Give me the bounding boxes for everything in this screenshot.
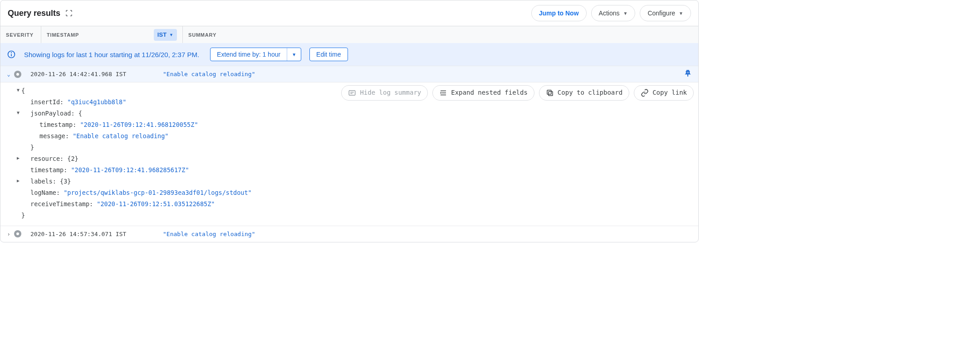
json-brace: } [21,210,25,221]
info-bar: Showing logs for last 1 hour starting at… [0,43,698,66]
timezone-label: IST [157,31,167,38]
json-value: "2020-11-26T09:12:41.968285617Z" [71,166,189,174]
jump-to-now-button[interactable]: Jump to Now [531,5,587,21]
log-row[interactable]: ⌄ 2020-11-26 14:42:41.968 IST "Enable ca… [0,66,698,82]
query-results-panel: Query results Jump to Now Actions ▼ Conf… [0,0,699,242]
row-summary: "Enable catalog reloading" [160,71,681,77]
row-summary: "Enable catalog reloading" [160,231,695,237]
json-value: "projects/qwiklabs-gcp-01-29893ea3df01/l… [64,189,252,196]
row-expand-toggle[interactable]: ⌄ [4,71,13,77]
expand-nested-button[interactable]: Expand nested fields [432,85,534,101]
json-count: {3} [60,178,71,185]
expand-nested-label: Expand nested fields [451,87,528,99]
column-summary: SUMMARY [183,32,698,38]
configure-button[interactable]: Configure ▼ [640,5,691,21]
json-value: "q3iuc4g1ubb8l8" [67,98,126,106]
info-icon [7,50,16,59]
clipboard-icon [546,89,554,97]
hide-log-summary-label: Hide log summary [360,87,421,99]
copy-clipboard-label: Copy to clipboard [558,87,622,99]
json-caret[interactable]: ▶ [14,176,21,187]
json-key: receiveTimestamp: [30,200,93,208]
json-line: logName: "projects/qwiklabs-gcp-01-29893… [14,187,695,198]
chevron-down-icon: ▼ [169,33,173,37]
hide-log-summary-button[interactable]: Hide log summary [341,85,428,101]
json-key: jsonPayload: [30,110,75,117]
log-row[interactable]: › 2020-11-26 14:57:34.071 IST "Enable ca… [0,226,698,242]
extend-time-button[interactable]: Extend time by: 1 hour ▼ [210,48,301,61]
json-line: timestamp: "2020-11-26T09:12:41.96828561… [14,164,695,176]
json-key: logName: [30,189,60,196]
severity-indicator [14,230,21,237]
json-key: timestamp: [30,166,67,174]
json-line: ▶ labels: {3} [14,176,695,187]
column-severity: SEVERITY [0,26,41,43]
json-key: message: [39,132,69,140]
json-line: timestamp: "2020-11-26T09:12:41.96812005… [14,119,695,130]
json-caret[interactable]: ▼ [14,85,21,97]
json-brace: { [21,85,25,97]
svg-rect-11 [547,90,551,94]
chevron-down-icon[interactable]: ▼ [287,52,301,57]
column-timestamp-label: TIMESTAMP [47,32,79,38]
timezone-selector[interactable]: IST ▼ [154,29,177,41]
column-headers: SEVERITY TIMESTAMP IST ▼ SUMMARY [0,26,698,43]
json-caret[interactable]: ▼ [14,108,21,119]
panel-title: Query results [8,9,60,18]
json-key: labels: [30,178,56,185]
json-line: message: "Enable catalog reloading" [14,130,695,142]
svg-rect-10 [549,92,553,96]
chevron-right-icon: › [7,231,10,237]
json-count: {2} [67,155,78,162]
json-value: "2020-11-26T09:12:41.968120055Z" [80,121,198,128]
json-line: receiveTimestamp: "2020-11-26T09:12:51.0… [14,198,695,210]
actions-button[interactable]: Actions ▼ [591,5,636,21]
json-value: "Enable catalog reloading" [73,132,168,140]
edit-time-label: Edit time [310,48,347,61]
json-brace: { [78,110,82,117]
copy-link-label: Copy link [652,87,687,99]
summary-icon [348,89,356,97]
link-icon [641,89,649,97]
detail-actions: Hide log summary Expand nested fields Co… [341,85,694,101]
expand-nested-icon [439,89,447,97]
info-text: Showing logs for last 1 hour starting at… [24,51,199,58]
json-line: ▼ jsonPayload: { [14,108,695,119]
json-key: insertId: [30,98,64,106]
copy-clipboard-button[interactable]: Copy to clipboard [539,85,629,101]
fullscreen-icon[interactable] [65,9,73,17]
jump-to-now-label: Jump to Now [539,10,579,17]
extend-time-label: Extend time by: 1 hour [211,48,287,61]
severity-indicator [14,71,21,78]
edit-time-button[interactable]: Edit time [309,48,348,61]
chevron-down-icon: ▼ [623,11,627,16]
row-expand-toggle[interactable]: › [4,231,13,237]
chevron-down-icon: ⌄ [7,71,10,77]
actions-label: Actions [599,10,620,17]
svg-rect-4 [349,91,356,96]
json-line: ▶ resource: {2} [14,153,695,164]
log-detail: Hide log summary Expand nested fields Co… [0,82,698,226]
json-brace: } [21,142,34,153]
row-timestamp: 2020-11-26 14:42:41.968 IST [24,71,160,77]
pin-icon[interactable] [681,69,695,79]
chevron-down-icon: ▼ [679,11,683,16]
panel-header: Query results Jump to Now Actions ▼ Conf… [0,0,698,26]
json-value: "2020-11-26T09:12:51.035122685Z" [97,200,215,208]
configure-label: Configure [647,10,675,17]
row-timestamp: 2020-11-26 14:57:34.071 IST [24,231,160,237]
copy-link-button[interactable]: Copy link [634,85,694,101]
json-key: resource: [30,155,64,162]
svg-point-2 [11,53,12,53]
json-caret[interactable]: ▶ [14,153,21,164]
json-key: timestamp: [39,121,76,128]
json-line: } [14,210,695,221]
json-line: } [14,142,695,153]
column-timestamp: TIMESTAMP IST ▼ [41,26,183,43]
